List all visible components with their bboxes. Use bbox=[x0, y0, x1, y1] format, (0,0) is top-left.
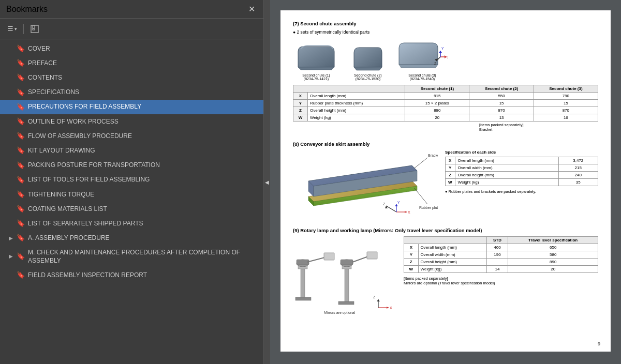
chute-images: Second chute (1) (8234-75-1421) Se bbox=[293, 39, 598, 81]
bookmark-flag-icon: 🔖 bbox=[17, 190, 24, 199]
svg-marker-41 bbox=[387, 307, 389, 309]
bookmark-item-cover[interactable]: 🔖COVER bbox=[0, 41, 263, 56]
svg-line-29 bbox=[307, 257, 327, 262]
bookmark-item-packing[interactable]: 🔖PACKING POSTURE FOR TRANSPORTATION bbox=[0, 158, 263, 173]
svg-rect-25 bbox=[301, 267, 305, 298]
collapse-arrow-icon: ◀ bbox=[265, 179, 269, 185]
bookmarks-panel: Bookmarks ✕ ☰ ▾ 🔖COVER🔖PREFACE🔖CONTENTS🔖… bbox=[0, 0, 264, 364]
bookmarks-title: Bookmarks bbox=[6, 5, 48, 14]
bookmark-label-inspection_report: FIELD ASSEMBLY INSPECTION REPORT bbox=[28, 271, 147, 280]
svg-line-14 bbox=[415, 188, 427, 204]
svg-line-12 bbox=[415, 158, 427, 168]
svg-marker-17 bbox=[405, 211, 407, 213]
pdf-page: (7) Second chute assembly ● 2 sets of sy… bbox=[280, 10, 611, 352]
rotary-spec-container: STD Travel lever specification X Overall… bbox=[404, 236, 598, 317]
table-row: Y Overall width (mm) 190580 bbox=[404, 251, 598, 259]
table-row: X Overall length (mm) 3,472 bbox=[446, 157, 598, 164]
page-number: 9 bbox=[598, 341, 600, 346]
svg-text:Mirrors are optional: Mirrors are optional bbox=[324, 311, 356, 315]
bookmark-item-specifications[interactable]: 🔖SPECIFICATIONS bbox=[0, 85, 263, 100]
spec-title: Specification of each side bbox=[445, 150, 598, 155]
bracket-note: Bracket bbox=[479, 127, 598, 132]
table-row: Z Overall height (mm) 890 bbox=[404, 259, 598, 266]
bookmark-flag-icon: 🔖 bbox=[17, 102, 24, 112]
bookmark-label-separately_shipped: LIST OF SEPARATELY SHIPPED PARTS bbox=[28, 219, 143, 228]
bookmark-item-torque[interactable]: 🔖TIGHTENING TORQUE bbox=[0, 187, 263, 202]
svg-text:Y: Y bbox=[441, 47, 444, 50]
table-row: W Weight (kg) 1420 bbox=[404, 266, 598, 273]
bookmark-item-assembly_procedure[interactable]: ▶🔖A. ASSEMBLY PROCEDURE bbox=[0, 231, 263, 245]
chute-col-3: Second chute (3) bbox=[534, 85, 598, 93]
bookmark-label-specifications: SPECIFICATIONS bbox=[28, 88, 79, 97]
svg-rect-1 bbox=[33, 25, 35, 30]
close-button[interactable]: ✕ bbox=[246, 4, 257, 14]
table-row: X Overall length (mm) 915550790 bbox=[293, 93, 598, 100]
svg-line-19 bbox=[386, 206, 396, 212]
bookmark-flag-icon: 🔖 bbox=[17, 161, 24, 170]
table-row: Z Overall height (mm) 880870870 bbox=[293, 107, 598, 114]
bookmark-label-check_maintenance: M. CHECK AND MAINTENANCE PROCEDURES AFTE… bbox=[28, 248, 258, 266]
chute-img-3: X Y Z Second chute (3) (8234-75-1540) bbox=[396, 39, 448, 81]
svg-text:X: X bbox=[447, 55, 448, 59]
bookmarks-icon-button[interactable] bbox=[28, 23, 41, 35]
table-row: Z Overall height (mm) 240 bbox=[446, 172, 598, 179]
svg-rect-34 bbox=[341, 260, 353, 265]
svg-text:Bracket: Bracket bbox=[428, 154, 438, 157]
bookmark-label-cover: COVER bbox=[28, 44, 50, 53]
bookmark-flag-icon: 🔖 bbox=[17, 146, 24, 155]
bookmark-item-preface[interactable]: 🔖PREFACE bbox=[0, 56, 263, 70]
bookmark-label-outline: OUTLINE OF WORK PROCESS bbox=[28, 117, 119, 126]
second-chute-note: ● 2 sets of symmetrically identical part… bbox=[293, 29, 598, 35]
bookmark-flag-icon: 🔖 bbox=[17, 175, 24, 185]
conveyor-side-skirt-section: (8) Conveyor side skirt assembly bbox=[293, 141, 598, 218]
bookmark-flag-icon: 🔖 bbox=[17, 58, 24, 68]
bookmark-flag-icon: 🔖 bbox=[17, 270, 24, 280]
bookmark-item-precautions[interactable]: 🔖PRECAUTIONS FOR FIELD ASSEMBLY bbox=[0, 100, 263, 114]
dropdown-arrow-icon: ▾ bbox=[14, 26, 17, 32]
collapse-panel-button[interactable]: ◀ bbox=[264, 0, 270, 364]
rotary-title: (9) Rotary lamp and working lamp (Mirror… bbox=[293, 228, 598, 233]
bookmark-item-kit_layout[interactable]: 🔖KIT LAYOUT DRAWING bbox=[0, 143, 263, 158]
bookmarks-toolbar: ☰ ▾ bbox=[0, 19, 263, 39]
bookmark-item-contents[interactable]: 🔖CONTENTS bbox=[0, 70, 263, 85]
svg-rect-30 bbox=[324, 253, 334, 260]
bookmark-item-check_maintenance[interactable]: ▶🔖M. CHECK AND MAINTENANCE PROCEDURES AF… bbox=[0, 246, 263, 268]
bookmark-flag-icon: 🔖 bbox=[17, 219, 24, 228]
chute-img-1: Second chute (1) (8234-75-1421) bbox=[293, 41, 339, 81]
svg-text:Rubber plates: Rubber plates bbox=[419, 206, 438, 210]
bookmarks-list: 🔖COVER🔖PREFACE🔖CONTENTS🔖SPECIFICATIONS🔖P… bbox=[0, 39, 263, 364]
bookmark-item-outline[interactable]: 🔖OUTLINE OF WORK PROCESS bbox=[0, 114, 263, 129]
bookmark-flag-icon: 🔖 bbox=[17, 252, 24, 261]
table-row: Y Overall width (mm) 215 bbox=[446, 164, 598, 172]
chute1-label: Second chute (1) (8234-75-1421) bbox=[293, 73, 339, 81]
bookmark-panel-icon bbox=[30, 24, 39, 34]
pdf-panel[interactable]: (7) Second chute assembly ● 2 sets of sy… bbox=[270, 0, 621, 364]
bookmark-label-torque: TIGHTENING TORQUE bbox=[28, 190, 94, 199]
rotary-table: STD Travel lever specification X Overall… bbox=[404, 236, 598, 273]
svg-marker-7 bbox=[439, 51, 442, 53]
bookmark-item-separately_shipped[interactable]: 🔖LIST OF SEPARATELY SHIPPED PARTS bbox=[0, 216, 263, 231]
chute-col-1: Second chute (1) bbox=[405, 85, 469, 93]
second-chute-title: (7) Second chute assembly bbox=[293, 21, 598, 26]
bookmark-label-assembly_procedure: A. ASSEMBLY PROCEDURE bbox=[28, 234, 110, 242]
table-row: X Overall length (mm) 460650 bbox=[404, 244, 598, 251]
svg-text:Z: Z bbox=[373, 295, 376, 299]
rotary-lamp-section: (9) Rotary lamp and working lamp (Mirror… bbox=[293, 228, 598, 317]
bookmarks-menu-button[interactable]: ☰ ▾ bbox=[5, 24, 19, 34]
bookmark-item-coating[interactable]: 🔖COATING MATERIALS LIST bbox=[0, 202, 263, 216]
svg-text:X: X bbox=[408, 210, 410, 214]
bookmark-flag-icon: 🔖 bbox=[17, 204, 24, 214]
bookmark-label-contents: CONTENTS bbox=[28, 73, 62, 82]
chute3-label: Second chute (3) (8234-75-1540) bbox=[396, 73, 448, 81]
bookmark-label-precautions: PRECAUTIONS FOR FIELD ASSEMBLY bbox=[28, 102, 141, 111]
chute-col-2: Second chute (2) bbox=[469, 85, 534, 93]
bookmark-item-flow[interactable]: 🔖FLOW OF ASSEMBLY PROCEDURE bbox=[0, 129, 263, 143]
chute2-label: Second chute (2) (8234-75-1530) bbox=[350, 73, 386, 81]
bookmark-item-tools[interactable]: 🔖LIST OF TOOLS FOR FIELD ASSEMBLING bbox=[0, 173, 263, 187]
svg-marker-44 bbox=[377, 299, 380, 301]
bookmark-label-kit_layout: KIT LAYOUT DRAWING bbox=[28, 146, 95, 155]
bookmark-item-inspection_report[interactable]: 🔖FIELD ASSEMBLY INSPECTION REPORT bbox=[0, 268, 263, 282]
svg-text:Z: Z bbox=[383, 202, 386, 206]
table-row: W Weight (kg) 201316 bbox=[293, 114, 598, 122]
table-row: Y Rubber plate thickness (mm) 15 × 2 pla… bbox=[293, 100, 598, 107]
